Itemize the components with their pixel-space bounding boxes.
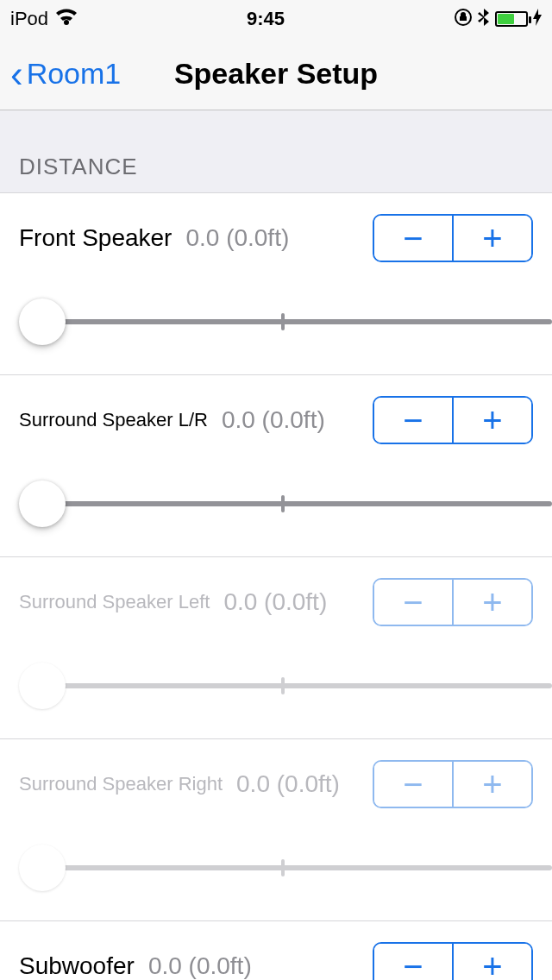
stepper: − + xyxy=(373,396,533,444)
stepper: − + xyxy=(373,214,533,262)
stepper-plus-button: + xyxy=(454,762,531,807)
stepper: − + xyxy=(373,760,533,808)
status-time: 9:45 xyxy=(247,8,285,30)
slider-thumb[interactable] xyxy=(19,298,66,345)
stepper-minus-button: − xyxy=(374,580,454,625)
speaker-row-surround-right: Surround Speaker Right 0.0 (0.0ft) − + xyxy=(0,739,552,921)
speaker-label: Subwoofer xyxy=(19,952,135,980)
speaker-value: 0.0 (0.0ft) xyxy=(222,406,359,434)
slider-track xyxy=(40,319,552,324)
back-label: Room1 xyxy=(27,57,122,91)
nav-bar: ‹ Room1 Speaker Setup xyxy=(0,38,552,110)
speaker-label: Surround Speaker Right xyxy=(19,773,223,795)
stepper-minus-button[interactable]: − xyxy=(374,398,454,443)
status-bar: iPod 9:45 xyxy=(0,0,552,38)
wifi-icon xyxy=(55,8,78,30)
stepper-minus-button[interactable]: − xyxy=(374,216,454,261)
battery-icon xyxy=(495,11,528,27)
speaker-value: 0.0 (0.0ft) xyxy=(223,588,359,616)
speaker-value: 0.0 (0.0ft) xyxy=(236,770,359,798)
slider-tick xyxy=(281,677,285,694)
distance-slider xyxy=(14,845,552,889)
speaker-label: Surround Speaker L/R xyxy=(19,409,208,431)
section-header-distance: DISTANCE xyxy=(0,110,552,192)
stepper: − + xyxy=(373,942,533,980)
stepper-plus-button[interactable]: + xyxy=(454,398,531,443)
slider-thumb xyxy=(19,663,66,709)
slider-thumb xyxy=(19,845,66,891)
stepper: − + xyxy=(373,578,533,626)
bluetooth-icon xyxy=(478,8,490,31)
distance-slider[interactable] xyxy=(14,481,552,525)
speaker-label: Front Speaker xyxy=(19,224,172,252)
stepper-minus-button[interactable]: − xyxy=(374,944,454,980)
slider-thumb[interactable] xyxy=(19,481,66,527)
speaker-row-subwoofer: Subwoofer 0.0 (0.0ft) − + xyxy=(0,921,552,980)
slider-tick xyxy=(281,495,285,512)
stepper-plus-button[interactable]: + xyxy=(454,944,531,980)
speaker-list: Front Speaker 0.0 (0.0ft) − + Surround S… xyxy=(0,192,552,980)
speaker-row-surround-left: Surround Speaker Left 0.0 (0.0ft) − + xyxy=(0,557,552,739)
device-label: iPod xyxy=(10,8,48,30)
speaker-label: Surround Speaker Left xyxy=(19,591,210,613)
speaker-value: 0.0 (0.0ft) xyxy=(185,224,359,252)
distance-slider[interactable] xyxy=(14,298,552,343)
speaker-row-front: Front Speaker 0.0 (0.0ft) − + xyxy=(0,193,552,375)
distance-slider xyxy=(14,663,552,707)
chevron-left-icon: ‹ xyxy=(10,55,23,93)
stepper-plus-button[interactable]: + xyxy=(454,216,531,261)
slider-track xyxy=(40,865,552,870)
rotation-lock-icon xyxy=(454,8,473,31)
slider-track xyxy=(40,501,552,506)
speaker-value: 0.0 (0.0ft) xyxy=(148,952,359,980)
slider-track xyxy=(40,683,552,688)
stepper-minus-button: − xyxy=(374,762,454,807)
stepper-plus-button: + xyxy=(454,580,531,625)
back-button[interactable]: ‹ Room1 xyxy=(10,55,121,93)
charging-icon xyxy=(533,9,542,30)
slider-tick xyxy=(281,859,285,876)
speaker-row-surround-lr: Surround Speaker L/R 0.0 (0.0ft) − + xyxy=(0,375,552,557)
slider-tick xyxy=(281,313,285,330)
